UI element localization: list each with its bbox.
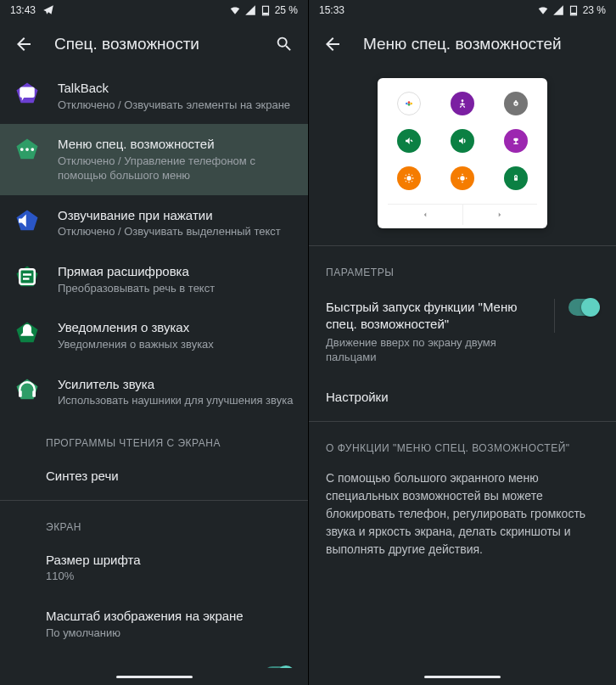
svg-point-3 — [20, 149, 24, 152]
list-item[interactable]: Меню спец. возможностейОтключено / Управ… — [0, 124, 308, 194]
list-item[interactable]: Усилитель звукаИспользовать наушники для… — [0, 364, 308, 420]
item-icon — [14, 80, 41, 107]
about-description: С помощью большого экранного меню специа… — [309, 463, 616, 565]
page-title: Спец. возможности — [54, 35, 254, 53]
svg-rect-10 — [32, 390, 36, 397]
svg-point-13 — [406, 103, 408, 105]
arrow-back-icon — [14, 34, 34, 54]
item-icon — [14, 136, 41, 163]
status-battery: 25 % — [275, 4, 298, 16]
preview-card — [378, 78, 547, 228]
app-bar: Меню спец. возможностей — [309, 20, 616, 68]
item-dark-theme[interactable]: Тёмная тема — [0, 653, 308, 668]
section-screen-readers: ПРОГРАММЫ ЧТЕНИЯ С ЭКРАНА — [0, 420, 308, 456]
item-title: Меню спец. возможностей — [58, 136, 294, 153]
nav-handle[interactable] — [116, 676, 193, 678]
list-item[interactable]: Прямая расшифровкаПреобразовывать речь в… — [0, 251, 308, 307]
svg-point-22 — [407, 176, 412, 180]
svg-rect-2 — [20, 87, 35, 98]
status-bar: 13:43 25 % — [0, 0, 308, 20]
back-button[interactable] — [322, 34, 343, 54]
dots-icon — [14, 137, 40, 162]
preview-next — [463, 205, 538, 225]
signal-icon — [244, 4, 256, 16]
page-title: Меню спец. возможностей — [363, 35, 602, 53]
app-bar: Спец. возможности — [0, 20, 308, 68]
list-item[interactable]: Озвучивание при нажатииОтключено / Озвуч… — [0, 195, 308, 251]
battery-icon — [260, 4, 272, 16]
svg-rect-1 — [263, 13, 268, 14]
wifi-icon — [537, 4, 549, 16]
nav-bar — [309, 668, 616, 685]
separator — [554, 299, 555, 333]
section-parameters: ПАРАМЕТРЫ — [309, 250, 616, 287]
back-button[interactable] — [14, 34, 34, 54]
arrow-back-icon — [322, 34, 343, 54]
svg-point-4 — [25, 149, 29, 152]
svg-point-14 — [408, 101, 411, 104]
item-icon — [14, 207, 41, 234]
svg-rect-6 — [20, 269, 35, 284]
screen-accessibility: 13:43 25 % Спец. возможности TalkBackОтк… — [0, 0, 308, 685]
dark-theme-switch[interactable] — [264, 666, 294, 668]
svg-point-15 — [411, 103, 413, 105]
content-scroll[interactable]: ПАРАМЕТРЫ Быстрый запуск функции "Меню с… — [309, 68, 616, 668]
item-subtitle: Отключено / Озвучивать элементы на экран… — [58, 98, 294, 113]
svg-rect-24 — [514, 177, 518, 180]
search-button[interactable] — [274, 34, 294, 54]
svg-rect-21 — [513, 138, 518, 141]
content-scroll[interactable]: TalkBackОтключено / Озвучивать элементы … — [0, 68, 308, 668]
headphones-icon — [14, 377, 40, 402]
item-settings[interactable]: Настройки — [309, 377, 616, 418]
wifi-icon — [229, 4, 241, 16]
status-battery: 23 % — [583, 4, 606, 16]
item-quick-launch[interactable]: Быстрый запуск функции "Меню спец. возмо… — [309, 287, 616, 377]
preview-dot — [451, 166, 474, 190]
signal-icon — [552, 4, 564, 16]
telegram-icon — [42, 4, 54, 16]
status-time: 13:43 — [10, 4, 36, 16]
svg-rect-12 — [571, 13, 576, 14]
preview-dot — [451, 129, 474, 153]
battery-icon — [568, 4, 580, 16]
section-about: О ФУНКЦИИ "МЕНЮ СПЕЦ. ВОЗМОЖНОСТЕЙ" — [309, 425, 616, 463]
item-display-zoom[interactable]: Масштаб изображения на экране По умолчан… — [0, 596, 308, 652]
item-speech-synthesis[interactable]: Синтез речи — [0, 456, 308, 497]
screen-accessibility-menu: 15:33 23 % Меню спец. возможностей ПАРАМ… — [308, 0, 616, 685]
item-icon — [14, 319, 41, 346]
bell-icon — [14, 320, 40, 345]
item-icon — [14, 376, 41, 403]
nav-handle[interactable] — [424, 676, 501, 678]
preview-dot — [397, 166, 421, 190]
item-subtitle: Преобразовывать речь в текст — [58, 282, 294, 296]
divider — [309, 245, 616, 246]
svg-line-20 — [411, 140, 412, 142]
svg-point-17 — [462, 99, 464, 102]
search-icon — [275, 35, 294, 53]
status-time: 15:33 — [319, 4, 344, 16]
text-icon — [14, 264, 40, 289]
chat-icon — [14, 81, 40, 106]
item-title: Озвучивание при нажатии — [58, 207, 294, 224]
item-font-size[interactable]: Размер шрифта 110% — [0, 540, 308, 596]
svg-point-16 — [408, 104, 411, 106]
item-icon — [14, 263, 41, 290]
svg-point-5 — [31, 149, 34, 152]
speak-icon — [14, 208, 40, 233]
preview-prev — [388, 205, 463, 225]
divider — [0, 500, 308, 501]
list-item[interactable]: Уведомления о звукахУведомления о важных… — [0, 307, 308, 363]
item-subtitle: Отключено / Управление телефоном с помощ… — [58, 154, 294, 183]
divider — [309, 421, 616, 422]
nav-bar — [0, 668, 308, 685]
list-item[interactable]: TalkBackОтключено / Озвучивать элементы … — [0, 68, 308, 124]
preview-dot — [397, 129, 421, 153]
preview-dot — [504, 166, 528, 190]
preview-dot — [397, 92, 421, 115]
quick-launch-switch[interactable] — [568, 299, 599, 316]
item-title: Уведомления о звуках — [58, 319, 294, 336]
status-bar: 15:33 23 % — [309, 0, 616, 20]
preview-nav — [388, 204, 537, 225]
preview-dot — [504, 129, 528, 153]
item-title: TalkBack — [58, 80, 294, 97]
